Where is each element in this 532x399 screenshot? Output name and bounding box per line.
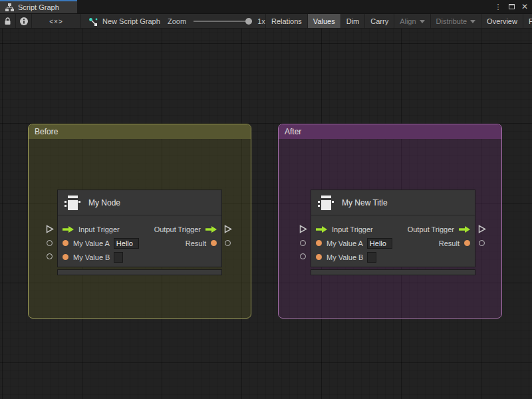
node-footer bbox=[311, 269, 475, 275]
node-body: Input Trigger Output Trigger My Value A … bbox=[311, 215, 475, 267]
port-row: My Value A Result bbox=[311, 236, 475, 250]
node-footer bbox=[57, 269, 222, 275]
value-input-connector[interactable] bbox=[47, 253, 53, 259]
value-port-icon[interactable] bbox=[63, 254, 68, 260]
graph-canvas[interactable]: Before After My Node bbox=[0, 29, 532, 399]
value-port-icon[interactable] bbox=[211, 240, 217, 246]
close-button[interactable]: ✕ bbox=[519, 1, 530, 12]
port-row: Input Trigger Output Trigger bbox=[311, 222, 475, 236]
flow-port-icon[interactable] bbox=[459, 226, 470, 233]
window-menu-button[interactable]: ⋮ bbox=[493, 1, 503, 12]
tab-title: Script Graph bbox=[18, 3, 59, 11]
value-b-input[interactable] bbox=[114, 252, 123, 263]
zoom-slider-handle[interactable] bbox=[245, 18, 252, 25]
chevron-down-icon bbox=[420, 20, 425, 23]
value-port-icon[interactable] bbox=[63, 240, 68, 246]
value-input-connector[interactable] bbox=[300, 253, 306, 259]
value-port-icon[interactable] bbox=[316, 240, 322, 246]
values-button[interactable]: Values bbox=[307, 14, 340, 29]
value-b-input[interactable] bbox=[367, 252, 376, 263]
tab-script-graph[interactable]: Script Graph bbox=[0, 0, 77, 13]
maximize-icon bbox=[509, 4, 515, 9]
flow-port-icon[interactable] bbox=[63, 226, 74, 233]
node-body: Input Trigger Output Trigger My Value A … bbox=[58, 215, 221, 267]
overview-button[interactable]: Overview bbox=[481, 14, 523, 29]
node-title: My Node bbox=[88, 198, 120, 207]
flow-output-connector[interactable] bbox=[224, 225, 232, 233]
unit-icon bbox=[318, 196, 334, 210]
lock-icon bbox=[4, 17, 11, 25]
flow-port-icon[interactable] bbox=[205, 226, 217, 233]
graph-toolbar: <×> New Script Graph Zoom 1x Relations V… bbox=[0, 13, 532, 29]
zoom-slider[interactable] bbox=[194, 21, 252, 22]
toolbar-buttons: Relations Values Dim Carry Align Distrib… bbox=[265, 14, 532, 29]
node-my-node[interactable]: My Node Input Trigger Output Trigger My … bbox=[57, 190, 222, 275]
unit-icon bbox=[65, 196, 80, 210]
dim-button[interactable]: Dim bbox=[340, 14, 365, 29]
lock-button[interactable] bbox=[0, 14, 16, 29]
node-title: My New Title bbox=[342, 198, 388, 207]
node-my-new-title[interactable]: My New Title Input Trigger Output Trigge… bbox=[311, 190, 475, 275]
maximize-button[interactable] bbox=[506, 1, 517, 12]
code-view-button[interactable]: <×> bbox=[32, 14, 81, 29]
chevron-down-icon bbox=[470, 20, 475, 23]
zoom-label: Zoom bbox=[168, 17, 186, 25]
group-before-header[interactable]: Before bbox=[29, 124, 251, 139]
node-header[interactable]: My New Title bbox=[311, 190, 475, 215]
relations-button[interactable]: Relations bbox=[265, 14, 307, 29]
graph-name-label: New Script Graph bbox=[102, 17, 160, 25]
port-row: My Value B bbox=[58, 250, 221, 264]
code-brackets-icon: <×> bbox=[49, 18, 63, 25]
zoom-value: 1x bbox=[257, 17, 265, 25]
group-after-header[interactable]: After bbox=[279, 124, 501, 139]
flow-input-connector[interactable] bbox=[46, 225, 54, 233]
port-row: My Value A Result bbox=[58, 236, 221, 250]
window-controls: ⋮ ✕ bbox=[493, 0, 530, 13]
value-port-icon[interactable] bbox=[316, 254, 322, 260]
flow-input-connector[interactable] bbox=[299, 225, 307, 233]
value-a-input[interactable] bbox=[367, 238, 392, 249]
port-row: My Value B bbox=[311, 250, 475, 264]
group-title: After bbox=[285, 127, 301, 136]
flow-output-connector[interactable] bbox=[478, 225, 486, 233]
node-header[interactable]: My Node bbox=[58, 190, 221, 215]
graph-name-section[interactable]: New Script Graph bbox=[88, 14, 160, 29]
value-a-input[interactable] bbox=[114, 238, 139, 249]
fullscreen-button[interactable]: Full Screen bbox=[523, 14, 532, 29]
script-graph-window: Script Graph ⋮ ✕ <×> bbox=[0, 0, 532, 399]
port-row: Input Trigger Output Trigger bbox=[58, 222, 221, 236]
value-input-connector[interactable] bbox=[47, 240, 53, 246]
value-output-connector[interactable] bbox=[479, 240, 485, 246]
info-icon bbox=[20, 17, 28, 25]
script-graph-icon bbox=[88, 17, 98, 26]
info-button[interactable] bbox=[16, 14, 32, 29]
distribute-dropdown[interactable]: Distribute bbox=[430, 14, 481, 29]
align-dropdown[interactable]: Align bbox=[394, 14, 430, 29]
value-output-connector[interactable] bbox=[225, 240, 231, 246]
value-input-connector[interactable] bbox=[300, 240, 306, 246]
flow-port-icon[interactable] bbox=[316, 226, 327, 233]
carry-button[interactable]: Carry bbox=[364, 14, 394, 29]
tab-bar: Script Graph ⋮ ✕ bbox=[0, 0, 532, 13]
value-port-icon[interactable] bbox=[464, 240, 470, 246]
hierarchy-icon bbox=[5, 3, 14, 11]
zoom-control: Zoom 1x bbox=[168, 14, 265, 29]
group-title: Before bbox=[35, 127, 58, 136]
